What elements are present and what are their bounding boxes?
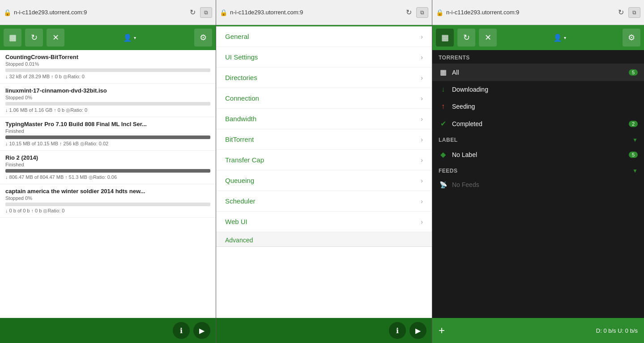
- sidebar-label-arrow-icon: ▼: [632, 137, 638, 143]
- sidebar-item-seeding[interactable]: ↑Seeding: [432, 98, 644, 115]
- torrent-meta: ↓ 1.06 MB of 1.16 GB ↑ 0 b ◎Ratio: 0: [5, 107, 210, 113]
- progress-bar-container: [5, 136, 210, 139]
- left-user-chevron: ▾: [134, 35, 136, 40]
- left-torrent-list: CountingCrows-BitTorrentStopped 0.01%↓ 3…: [0, 50, 216, 318]
- left-info-button[interactable]: ℹ: [173, 322, 190, 339]
- middle-url: n-i-c11de293.utorrent.com:9: [230, 9, 401, 16]
- sidebar-label-badge: 5: [629, 152, 638, 158]
- sidebar-item-label: All: [452, 69, 624, 76]
- sidebar-item-downloading[interactable]: ↓Downloading: [432, 81, 644, 98]
- torrent-item[interactable]: linuxmint-17-cinnamon-dvd-32bit.isoStopp…: [0, 84, 216, 117]
- settings-item-label: Directories: [225, 74, 421, 81]
- sidebar-badge: 2: [629, 121, 638, 127]
- right-user-chevron: ▾: [564, 35, 566, 40]
- settings-menu-item[interactable]: Web UI›: [216, 212, 432, 232]
- sidebar-item-no-feeds[interactable]: 📡No Feeds: [432, 177, 644, 193]
- left-user-menu[interactable]: 👤 ▾: [123, 34, 136, 42]
- middle-refresh-button[interactable]: ↻: [404, 6, 414, 18]
- torrent-status: Stopped 0%: [5, 195, 210, 201]
- middle-play-button[interactable]: ▶: [409, 322, 426, 339]
- settings-menu-item[interactable]: Directories›: [216, 68, 432, 88]
- sidebar-item-icon: ✔: [439, 119, 448, 128]
- torrent-status: Finished: [5, 128, 210, 134]
- settings-menu-item[interactable]: General›: [216, 26, 432, 47]
- settings-item-chevron-icon: ›: [421, 33, 423, 40]
- left-toolbar: ▦ ↻ ✕ 👤 ▾ ⚙: [0, 25, 216, 50]
- torrent-item[interactable]: TypingMaster Pro 7.10 Build 808 Final ML…: [0, 117, 216, 151]
- settings-menu-item[interactable]: BitTorrent›: [216, 129, 432, 150]
- right-refresh-button[interactable]: ↻: [616, 6, 626, 18]
- settings-menu-item[interactable]: Bandwidth›: [216, 109, 432, 129]
- sidebar-item-label: Downloading: [452, 86, 638, 93]
- settings-item-chevron-icon: ›: [421, 54, 423, 61]
- left-refresh-button[interactable]: ↻: [188, 6, 197, 18]
- sidebar-item-all[interactable]: ▦All5: [432, 64, 644, 81]
- middle-copy-button[interactable]: ⧉: [416, 7, 428, 18]
- right-panel: 🔒 n-i-c11de293.utorrent.com:9 ↻ ⧉ ▦ ↻ ✕ …: [432, 0, 644, 343]
- left-bottom-bar: ℹ ▶: [0, 318, 216, 343]
- sidebar-item-icon: ▦: [439, 68, 448, 76]
- middle-info-button[interactable]: ℹ: [389, 322, 406, 339]
- right-url: n-i-c11de293.utorrent.com:9: [446, 9, 614, 16]
- left-grid-button[interactable]: ▦: [4, 29, 21, 47]
- left-copy-button[interactable]: ⧉: [200, 7, 212, 18]
- left-url: n-i-c11de293.utorrent.com:9: [14, 9, 185, 16]
- sidebar-feeds-header-row: FEEDS▼: [432, 163, 644, 177]
- torrent-item[interactable]: CountingCrows-BitTorrentStopped 0.01%↓ 3…: [0, 50, 216, 84]
- torrent-meta: ↓ 0 b of 0 b ↑ 0 b ◎Ratio: 0: [5, 208, 210, 214]
- sidebar-label-icon: ◆: [439, 150, 448, 159]
- torrent-item[interactable]: Rio 2 (2014)Finished↓ 806.47 MB of 804.4…: [0, 151, 216, 184]
- sidebar-item-completed[interactable]: ✔Completed2: [432, 115, 644, 132]
- right-bottom-bar: + D: 0 b/s U: 0 b/s: [432, 318, 644, 343]
- sidebar-item-icon: ↑: [439, 102, 448, 110]
- settings-menu-item[interactable]: Queueing›: [216, 170, 432, 191]
- torrent-meta: ↓ 806.47 MB of 804.47 MB ↑ 51.3 MB ◎Rati…: [5, 174, 210, 180]
- progress-bar-fill: [5, 136, 210, 139]
- settings-item-chevron-icon: ›: [421, 198, 423, 205]
- left-refresh-toolbar-button[interactable]: ↻: [25, 29, 43, 47]
- torrent-meta: ↓ 32 kB of 28.29 MB ↑ 0 b ◎Ratio: 0: [5, 74, 210, 80]
- left-user-icon: 👤: [123, 34, 132, 42]
- right-copy-button[interactable]: ⧉: [628, 7, 640, 18]
- speed-display: D: 0 b/s U: 0 b/s: [449, 327, 638, 334]
- settings-item-label: General: [225, 33, 421, 40]
- right-toolbar: ▦ ↻ ✕ 👤 ▾ ⚙: [432, 25, 644, 50]
- sidebar-feeds-label: No Feeds: [452, 181, 638, 188]
- lock-icon: 🔒: [4, 9, 11, 16]
- left-gear-button[interactable]: ⚙: [194, 29, 212, 47]
- torrent-status: Stopped 0.01%: [5, 61, 210, 67]
- middle-bottom-bar: ℹ▶: [216, 318, 432, 343]
- settings-item-label: Bandwidth: [225, 115, 421, 123]
- left-panel: 🔒 n-i-c11de293.utorrent.com:9 ↻ ⧉ ▦ ↻ ✕ …: [0, 0, 216, 343]
- settings-menu-item[interactable]: UI Settings›: [216, 47, 432, 68]
- settings-item-chevron-icon: ›: [421, 95, 423, 102]
- torrent-name: linuxmint-17-cinnamon-dvd-32bit.iso: [5, 87, 210, 94]
- progress-bar-container: [5, 169, 210, 173]
- right-lock-icon: 🔒: [436, 9, 444, 16]
- torrent-item[interactable]: captain america the winter soldier 2014 …: [0, 184, 216, 218]
- sidebar-item-no-label[interactable]: ◆No Label5: [432, 146, 644, 163]
- right-user-menu[interactable]: 👤 ▾: [553, 34, 566, 42]
- left-close-button[interactable]: ✕: [47, 29, 64, 47]
- settings-item-label: Queueing: [225, 177, 421, 184]
- right-close-button[interactable]: ✕: [479, 29, 497, 47]
- right-grid-button[interactable]: ▦: [436, 29, 454, 47]
- left-play-button[interactable]: ▶: [193, 322, 210, 339]
- sidebar-item-label: Completed: [452, 120, 624, 127]
- settings-item-chevron-icon: ›: [421, 74, 423, 81]
- settings-menu-item[interactable]: Connection›: [216, 88, 432, 109]
- sidebar-item-label: No Label: [452, 151, 624, 158]
- progress-bar-container: [5, 102, 210, 106]
- right-add-button[interactable]: +: [439, 324, 445, 337]
- middle-lock-icon: 🔒: [220, 9, 227, 16]
- right-refresh-toolbar-button[interactable]: ↻: [457, 29, 475, 47]
- settings-menu: General›UI Settings›Directories›Connecti…: [216, 25, 432, 343]
- right-gear-button[interactable]: ⚙: [623, 29, 640, 47]
- torrent-name: Rio 2 (2014): [5, 154, 210, 161]
- settings-menu-item[interactable]: Transfer Cap›: [216, 150, 432, 170]
- sidebar-label-header-row: LABEL▼: [432, 132, 644, 146]
- settings-section-advanced: Advanced: [216, 232, 432, 247]
- sidebar-feed-icon: 📡: [439, 181, 448, 188]
- settings-menu-item[interactable]: Scheduler›: [216, 191, 432, 212]
- settings-item-chevron-icon: ›: [421, 177, 423, 184]
